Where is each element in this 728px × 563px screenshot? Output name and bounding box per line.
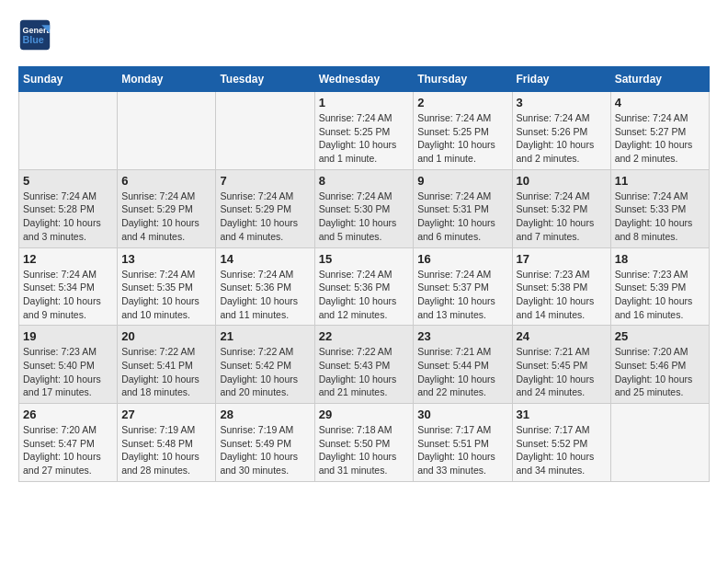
day-info: Sunrise: 7:24 AM Sunset: 5:36 PM Dayligh… [319, 268, 410, 322]
day-info: Sunrise: 7:24 AM Sunset: 5:33 PM Dayligh… [615, 190, 705, 244]
day-number: 16 [417, 252, 507, 266]
day-number: 31 [517, 408, 607, 421]
calendar-cell: 22Sunrise: 7:22 AM Sunset: 5:43 PM Dayli… [314, 326, 414, 404]
calendar-cell [118, 92, 216, 170]
calendar-cell [610, 404, 709, 482]
day-info: Sunrise: 7:24 AM Sunset: 5:29 PM Dayligh… [121, 190, 211, 244]
svg-text:Blue: Blue [23, 34, 44, 45]
day-info: Sunrise: 7:22 AM Sunset: 5:41 PM Dayligh… [121, 345, 211, 399]
day-info: Sunrise: 7:23 AM Sunset: 5:40 PM Dayligh… [23, 345, 113, 399]
day-info: Sunrise: 7:19 AM Sunset: 5:49 PM Dayligh… [220, 423, 310, 477]
logo: General Blue [18, 18, 55, 52]
calendar-cell: 15Sunrise: 7:24 AM Sunset: 5:36 PM Dayli… [314, 247, 414, 326]
day-info: Sunrise: 7:22 AM Sunset: 5:42 PM Dayligh… [220, 345, 310, 399]
day-number: 8 [319, 174, 410, 188]
day-info: Sunrise: 7:17 AM Sunset: 5:51 PM Dayligh… [417, 423, 507, 477]
calendar-cell: 29Sunrise: 7:18 AM Sunset: 5:50 PM Dayli… [314, 404, 414, 482]
calendar-cell: 12Sunrise: 7:24 AM Sunset: 5:34 PM Dayli… [19, 247, 118, 326]
calendar-cell [19, 92, 118, 170]
weekday-header-friday: Friday [512, 67, 610, 92]
day-info: Sunrise: 7:23 AM Sunset: 5:39 PM Dayligh… [615, 268, 705, 322]
day-number: 28 [220, 408, 310, 421]
day-number: 4 [615, 96, 705, 109]
calendar-cell: 24Sunrise: 7:21 AM Sunset: 5:45 PM Dayli… [512, 326, 610, 404]
calendar-week-2: 5Sunrise: 7:24 AM Sunset: 5:28 PM Daylig… [19, 169, 710, 247]
calendar-cell: 1Sunrise: 7:24 AM Sunset: 5:25 PM Daylig… [314, 92, 414, 170]
day-number: 30 [417, 408, 507, 421]
day-info: Sunrise: 7:24 AM Sunset: 5:25 PM Dayligh… [319, 111, 410, 166]
calendar-cell: 20Sunrise: 7:22 AM Sunset: 5:41 PM Dayli… [118, 326, 216, 404]
calendar-cell: 3Sunrise: 7:24 AM Sunset: 5:26 PM Daylig… [512, 92, 610, 170]
day-info: Sunrise: 7:19 AM Sunset: 5:48 PM Dayligh… [121, 423, 211, 477]
day-number: 7 [220, 174, 310, 188]
calendar-cell: 7Sunrise: 7:24 AM Sunset: 5:29 PM Daylig… [216, 169, 314, 247]
day-number: 13 [121, 252, 211, 266]
calendar-cell: 17Sunrise: 7:23 AM Sunset: 5:38 PM Dayli… [512, 247, 610, 326]
calendar-week-1: 1Sunrise: 7:24 AM Sunset: 5:25 PM Daylig… [19, 92, 710, 170]
day-number: 23 [417, 329, 507, 343]
calendar-cell: 27Sunrise: 7:19 AM Sunset: 5:48 PM Dayli… [118, 404, 216, 482]
day-number: 27 [121, 408, 211, 421]
day-info: Sunrise: 7:24 AM Sunset: 5:37 PM Dayligh… [417, 268, 507, 322]
calendar-cell: 26Sunrise: 7:20 AM Sunset: 5:47 PM Dayli… [19, 404, 118, 482]
calendar-cell: 30Sunrise: 7:17 AM Sunset: 5:51 PM Dayli… [414, 404, 512, 482]
calendar-week-4: 19Sunrise: 7:23 AM Sunset: 5:40 PM Dayli… [19, 326, 710, 404]
day-number: 3 [517, 96, 607, 109]
day-info: Sunrise: 7:24 AM Sunset: 5:29 PM Dayligh… [220, 190, 310, 244]
weekday-header-tuesday: Tuesday [216, 67, 314, 92]
calendar-cell [216, 92, 314, 170]
day-number: 14 [220, 252, 310, 266]
calendar-table: SundayMondayTuesdayWednesdayThursdayFrid… [18, 66, 710, 482]
day-number: 22 [319, 329, 410, 343]
calendar-cell: 13Sunrise: 7:24 AM Sunset: 5:35 PM Dayli… [118, 247, 216, 326]
day-info: Sunrise: 7:24 AM Sunset: 5:36 PM Dayligh… [220, 268, 310, 322]
day-info: Sunrise: 7:21 AM Sunset: 5:45 PM Dayligh… [517, 345, 607, 399]
page-header: General Blue [18, 18, 710, 52]
day-number: 21 [220, 329, 310, 343]
calendar-cell: 9Sunrise: 7:24 AM Sunset: 5:31 PM Daylig… [414, 169, 512, 247]
calendar-cell: 14Sunrise: 7:24 AM Sunset: 5:36 PM Dayli… [216, 247, 314, 326]
weekday-header-saturday: Saturday [610, 67, 709, 92]
day-info: Sunrise: 7:18 AM Sunset: 5:50 PM Dayligh… [319, 423, 410, 477]
day-number: 9 [417, 174, 507, 188]
day-number: 11 [615, 174, 705, 188]
day-number: 18 [615, 252, 705, 266]
weekday-header-monday: Monday [118, 67, 216, 92]
calendar-week-5: 26Sunrise: 7:20 AM Sunset: 5:47 PM Dayli… [19, 404, 710, 482]
day-number: 15 [319, 252, 410, 266]
day-info: Sunrise: 7:24 AM Sunset: 5:31 PM Dayligh… [417, 190, 507, 244]
day-info: Sunrise: 7:21 AM Sunset: 5:44 PM Dayligh… [417, 345, 507, 399]
logo-icon: General Blue [18, 18, 51, 52]
day-info: Sunrise: 7:24 AM Sunset: 5:26 PM Dayligh… [517, 111, 607, 166]
day-info: Sunrise: 7:20 AM Sunset: 5:47 PM Dayligh… [23, 423, 113, 477]
calendar-header-row: SundayMondayTuesdayWednesdayThursdayFrid… [19, 67, 710, 92]
day-info: Sunrise: 7:24 AM Sunset: 5:35 PM Dayligh… [121, 268, 211, 322]
calendar-cell: 23Sunrise: 7:21 AM Sunset: 5:44 PM Dayli… [414, 326, 512, 404]
day-number: 17 [517, 252, 607, 266]
day-info: Sunrise: 7:24 AM Sunset: 5:32 PM Dayligh… [517, 190, 607, 244]
day-info: Sunrise: 7:24 AM Sunset: 5:34 PM Dayligh… [23, 268, 113, 322]
calendar-cell: 10Sunrise: 7:24 AM Sunset: 5:32 PM Dayli… [512, 169, 610, 247]
day-info: Sunrise: 7:17 AM Sunset: 5:52 PM Dayligh… [517, 423, 607, 477]
calendar-cell: 31Sunrise: 7:17 AM Sunset: 5:52 PM Dayli… [512, 404, 610, 482]
weekday-header-sunday: Sunday [19, 67, 118, 92]
day-number: 29 [319, 408, 410, 421]
day-number: 2 [417, 96, 507, 109]
day-info: Sunrise: 7:20 AM Sunset: 5:46 PM Dayligh… [615, 345, 705, 399]
calendar-cell: 6Sunrise: 7:24 AM Sunset: 5:29 PM Daylig… [118, 169, 216, 247]
calendar-cell: 25Sunrise: 7:20 AM Sunset: 5:46 PM Dayli… [610, 326, 709, 404]
day-info: Sunrise: 7:22 AM Sunset: 5:43 PM Dayligh… [319, 345, 410, 399]
day-number: 20 [121, 329, 211, 343]
weekday-header-wednesday: Wednesday [314, 67, 414, 92]
calendar-cell: 18Sunrise: 7:23 AM Sunset: 5:39 PM Dayli… [610, 247, 709, 326]
day-info: Sunrise: 7:24 AM Sunset: 5:28 PM Dayligh… [23, 190, 113, 244]
calendar-week-3: 12Sunrise: 7:24 AM Sunset: 5:34 PM Dayli… [19, 247, 710, 326]
calendar-cell: 8Sunrise: 7:24 AM Sunset: 5:30 PM Daylig… [314, 169, 414, 247]
day-number: 25 [615, 329, 705, 343]
day-number: 6 [121, 174, 211, 188]
weekday-header-thursday: Thursday [414, 67, 512, 92]
day-number: 24 [517, 329, 607, 343]
day-info: Sunrise: 7:24 AM Sunset: 5:27 PM Dayligh… [615, 111, 705, 166]
day-info: Sunrise: 7:23 AM Sunset: 5:38 PM Dayligh… [517, 268, 607, 322]
day-number: 19 [23, 329, 113, 343]
